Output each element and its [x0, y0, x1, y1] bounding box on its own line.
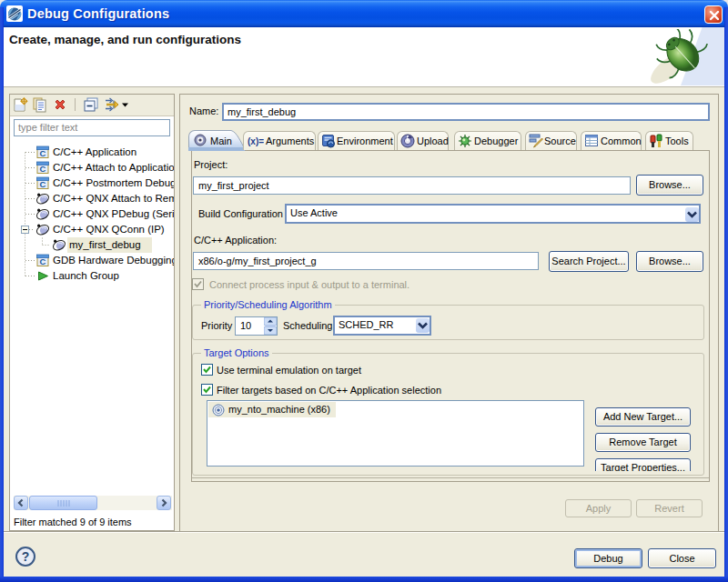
svg-text:(x)=: (x)=: [248, 136, 264, 146]
svg-text:C: C: [40, 256, 46, 266]
svg-text:C: C: [40, 148, 46, 158]
svg-text:C: C: [40, 179, 46, 189]
svg-text:C: C: [40, 164, 46, 174]
